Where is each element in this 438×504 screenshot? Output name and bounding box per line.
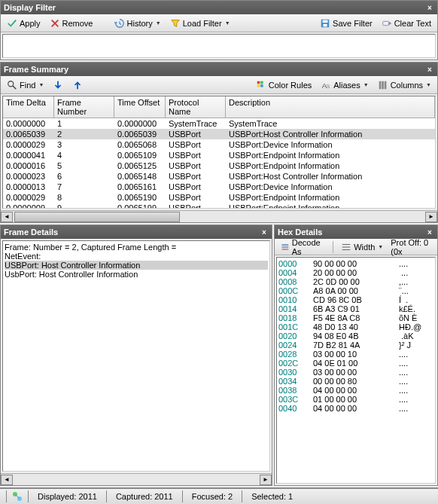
chevron-down-icon: ▼ bbox=[38, 82, 44, 87]
columns-button[interactable]: Columns ▼ bbox=[375, 78, 434, 92]
svg-rect-3 bbox=[382, 21, 388, 25]
hex-row[interactable]: 00082C 0D 00 00,... bbox=[278, 277, 433, 286]
hex-row[interactable]: 003804 00 00 00.... bbox=[278, 386, 433, 395]
status-selected: Selected: 1 bbox=[247, 492, 297, 501]
remove-button[interactable]: Remove bbox=[47, 17, 96, 30]
svg-rect-12 bbox=[382, 81, 384, 89]
hex-row[interactable]: 002803 00 00 10.... bbox=[278, 350, 433, 359]
svg-rect-6 bbox=[260, 81, 263, 84]
chevron-down-icon: ▼ bbox=[363, 82, 369, 87]
table-row[interactable]: 0.000002930.0065068USBPortUSBPort:Device… bbox=[3, 139, 435, 150]
table-row[interactable]: 0.006503920.0065039USBPortUSBPort:Host C… bbox=[3, 129, 435, 139]
svg-rect-16 bbox=[281, 249, 288, 249]
find-up-button[interactable] bbox=[69, 78, 86, 92]
svg-rect-15 bbox=[281, 246, 288, 247]
hex-row[interactable]: 00247D B2 81 4A}² J bbox=[278, 341, 433, 350]
hex-details-title: Hex Details bbox=[278, 228, 322, 237]
hex-row[interactable]: 002094 08 E0 4B .àK bbox=[278, 331, 433, 341]
hex-row[interactable]: 002C04 0E 01 00.... bbox=[278, 359, 433, 368]
status-focused: Focused: 2 bbox=[187, 492, 237, 501]
chevron-down-icon: ▼ bbox=[225, 20, 230, 26]
hex-row[interactable]: 0018F5 4E 8A C8õN È bbox=[278, 313, 433, 322]
hex-row[interactable]: 003400 00 00 80.... bbox=[278, 377, 433, 386]
hex-row[interactable]: 003003 00 00 00.... bbox=[278, 368, 433, 377]
close-icon[interactable]: × bbox=[425, 65, 434, 74]
close-icon[interactable]: × bbox=[425, 3, 434, 12]
svg-rect-13 bbox=[384, 81, 386, 89]
chevron-down-icon: ▼ bbox=[426, 82, 431, 87]
svg-rect-5 bbox=[257, 81, 260, 84]
table-row[interactable]: 0.000004140.0065109USBPortUSBPort:Endpoi… bbox=[3, 150, 435, 160]
status-captured: Captured: 2011 bbox=[111, 492, 178, 501]
hex-row[interactable]: 0010CD 96 8C 0BÍ . bbox=[278, 295, 433, 304]
chevron-down-icon: ▼ bbox=[156, 20, 161, 26]
table-row[interactable]: 0.000000010.0000000SystemTraceSystemTrac… bbox=[3, 118, 435, 129]
clear-text-button[interactable]: Clear Text bbox=[379, 17, 434, 30]
hex-row[interactable]: 000420 00 00 00 ... bbox=[278, 268, 433, 277]
hex-row[interactable]: 000CA8 0A 00 00¨... bbox=[278, 286, 433, 295]
hex-body[interactable]: 000090 00 00 00....000420 00 00 00 ...00… bbox=[276, 257, 436, 484]
color-rules-button[interactable]: Color Rules bbox=[253, 78, 315, 92]
hex-row[interactable]: 004004 00 00 00.... bbox=[278, 404, 433, 413]
save-filter-button[interactable]: Save Filter bbox=[317, 17, 376, 30]
frame-summary-title: Frame Summary bbox=[4, 65, 68, 74]
display-filter-title: Display Filter bbox=[4, 3, 56, 12]
svg-rect-7 bbox=[257, 84, 260, 87]
frame-grid[interactable]: Time Delta Frame Number Time Offset Prot… bbox=[2, 96, 436, 209]
aliases-button[interactable]: Aa Aliases ▼ bbox=[318, 78, 371, 92]
table-row[interactable]: 0.000001650.0065125USBPortUSBPort:Endpoi… bbox=[3, 160, 435, 171]
svg-rect-2 bbox=[323, 23, 327, 26]
table-row[interactable]: 0.000002360.0065148USBPortUSBPort:Host C… bbox=[3, 171, 435, 182]
svg-text:a: a bbox=[326, 81, 330, 89]
close-icon[interactable]: × bbox=[260, 228, 269, 237]
svg-rect-1 bbox=[323, 20, 328, 23]
filter-input[interactable] bbox=[2, 34, 436, 58]
status-displayed: Displayed: 2011 bbox=[33, 492, 102, 501]
hex-row[interactable]: 003C01 00 00 00.... bbox=[278, 395, 433, 404]
find-button[interactable]: Find ▼ bbox=[4, 78, 47, 92]
frame-details-body[interactable]: Frame: Number = 2, Captured Frame Length… bbox=[2, 240, 270, 472]
hex-row[interactable]: 00146B A3 C9 01k£É. bbox=[278, 304, 433, 313]
svg-rect-8 bbox=[260, 84, 263, 87]
chevron-down-icon: ▼ bbox=[378, 244, 383, 249]
horizontal-scrollbar[interactable]: ◄ ► bbox=[1, 210, 437, 222]
hex-row[interactable]: 001C48 D0 13 40HÐ.@ bbox=[278, 322, 433, 331]
find-down-button[interactable] bbox=[50, 78, 66, 92]
frame-details-title: Frame Details bbox=[4, 228, 58, 237]
table-row[interactable]: 0.000002980.0065190USBPortUSBPort:Endpoi… bbox=[3, 192, 435, 203]
horizontal-scrollbar[interactable]: ◄► bbox=[1, 473, 272, 485]
history-button[interactable]: History ▼ bbox=[111, 17, 164, 30]
status-icon bbox=[11, 490, 23, 502]
svg-rect-14 bbox=[281, 244, 288, 245]
close-icon[interactable]: × bbox=[425, 228, 434, 237]
grid-header[interactable]: Time Delta Frame Number Time Offset Prot… bbox=[3, 96, 435, 118]
table-row[interactable]: 0.000001370.0065161USBPortUSBPort:Device… bbox=[3, 182, 435, 192]
load-filter-button[interactable]: Load Filter ▼ bbox=[167, 17, 233, 30]
hex-row[interactable]: 000090 00 00 00.... bbox=[278, 259, 433, 268]
width-button[interactable]: Width ▼ bbox=[338, 240, 386, 254]
table-row[interactable]: 0.000000990.0065199USBPortUSBPort:Endpoi… bbox=[3, 203, 435, 209]
svg-point-4 bbox=[8, 81, 14, 86]
svg-rect-11 bbox=[379, 81, 381, 89]
apply-button[interactable]: Apply bbox=[4, 17, 44, 30]
prot-off-label: Prot Off: 0 (0x bbox=[391, 238, 434, 256]
decode-as-button[interactable]: Decode As bbox=[278, 237, 328, 258]
